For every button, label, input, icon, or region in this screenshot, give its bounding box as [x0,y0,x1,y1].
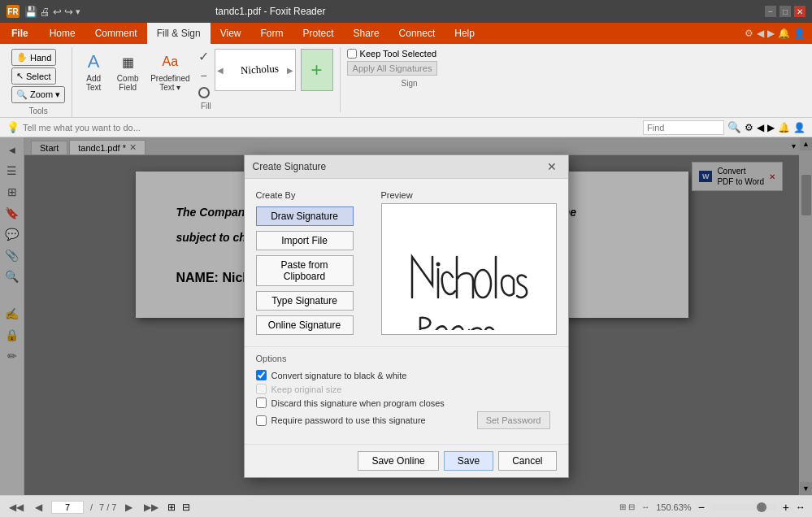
find-input[interactable] [643,120,724,135]
tab-share[interactable]: Share [344,23,389,44]
cancel-button[interactable]: Cancel [498,451,556,471]
tab-comment[interactable]: Comment [85,23,147,44]
paste-clipboard-button[interactable]: Paste from Clipboard [256,255,354,286]
page-separator: / [90,502,93,512]
find-button[interactable]: 🔍 [727,121,741,133]
nav-prev-button[interactable]: ◀ [757,122,764,133]
tab-home[interactable]: Home [40,23,85,44]
create-signature-dialog: Create Signature ✕ Create By Draw Signat… [244,154,569,478]
zoom-level: 150.63% [656,502,691,512]
set-password-button[interactable]: Set Password [477,411,550,429]
preview-area [381,203,557,335]
comb-field-button[interactable]: ▦ CombField [113,49,142,93]
keep-tool-checkbox-label[interactable]: Keep Tool Selected [347,49,437,59]
fit-icons: ↔ [641,502,649,511]
predefined-icon: Aa [158,50,181,73]
discard-label: Discard this signature when program clos… [271,398,445,408]
close-button[interactable]: ✕ [794,6,805,17]
last-page-button[interactable]: ▶▶ [141,501,161,514]
add-text-button[interactable]: A AddText [79,49,108,93]
apply-signatures-button[interactable]: Apply All Signatures [347,61,438,76]
add-signature-button[interactable]: + [301,49,333,91]
dialog-overlay: Create Signature ✕ Create By Draw Signat… [0,137,812,495]
status-bar: ◀◀ ◀ / 7 / 7 ▶ ▶▶ ⊞ ⊟ ⊞ ⊟ ↔ 150.63% − + … [0,495,812,517]
tab-connect[interactable]: Connect [389,23,445,44]
tab-form[interactable]: Form [251,23,293,44]
tab-protect[interactable]: Protect [293,23,344,44]
page-number-input[interactable] [51,501,84,514]
tell-me-input[interactable] [23,123,153,133]
title-bar: FR 💾 🖨 ↩ ↪ ▾ tandc1.pdf - Foxit Reader −… [0,0,812,23]
save-button[interactable]: Save [444,451,493,471]
split-view-button[interactable]: ⊟ [182,502,190,513]
hand-icon: ✋ [16,52,28,63]
zoom-in-button[interactable]: + [783,501,789,514]
minimize-button[interactable]: − [765,6,776,17]
add-text-icon: A [82,50,105,73]
user-button[interactable]: 👤 [793,122,805,133]
ribbon-content: ✋ Hand ↖ Select 🔍 Zoom ▾ Tools [0,44,812,117]
tab-fill-sign[interactable]: Fill & Sign [147,23,211,44]
page-total: 7 / 7 [99,502,116,512]
convert-bw-checkbox[interactable] [256,370,267,380]
tab-help[interactable]: Help [445,23,484,44]
online-signature-button[interactable]: Online Signature [256,315,354,335]
header-search-area: 💡 🔍 ⚙ ◀ ▶ 🔔 👤 [0,118,812,137]
options-title: Options [256,354,557,363]
svg-point-0 [436,263,440,267]
next-page-button[interactable]: ▶ [123,501,135,514]
signature-preview: Nicholus [231,62,280,77]
checkmark-button[interactable]: ✓ [198,49,210,64]
keep-tool-checkbox[interactable] [347,49,357,59]
zoom-tool-button[interactable]: 🔍 Zoom ▾ [11,86,65,103]
nav-next-button[interactable]: ▶ [767,122,775,133]
dialog-footer: Save Online Save Cancel [245,444,568,477]
dialog-titlebar: Create Signature ✕ [245,155,568,179]
select-tool-button[interactable]: ↖ Select [11,67,56,85]
svg-point-1 [475,270,491,298]
dialog-close-button[interactable]: ✕ [544,160,560,173]
draw-signature-button[interactable]: Draw Signature [256,206,354,226]
page-info-icons: ⊞ ⊟ [619,502,635,511]
ribbon-group-tools: ✋ Hand ↖ Select 🔍 Zoom ▾ Tools [5,47,72,117]
option-require-pwd: Require password to use this signature S… [256,411,557,429]
dialog-body: Create By Draw Signature Import File Pas… [245,179,568,346]
import-file-button[interactable]: Import File [256,231,354,250]
ribbon: File Home Comment Fill & Sign View Form … [0,23,812,118]
tab-view[interactable]: View [211,23,251,44]
add-page-button[interactable]: ⊞ [167,502,176,513]
signature-svg [396,208,542,330]
dialog-left: Create By Draw Signature Import File Pas… [256,190,370,335]
maximize-button[interactable]: □ [779,6,791,17]
notification-button[interactable]: 🔔 [778,122,790,133]
predefined-text-button[interactable]: Aa PredefinedText ▾ [147,49,193,93]
option-discard: Discard this signature when program clos… [256,398,557,408]
document-area: ◀ ☰ ⊞ 🔖 💬 📎 🔍 ✍ 🔒 ✏ Start tandc1.pdf * ✕… [0,137,812,495]
type-signature-button[interactable]: Type Signature [256,291,354,311]
tab-file[interactable]: File [0,23,40,44]
ribbon-tab-bar: File Home Comment Fill & Sign View Form … [0,23,812,44]
preview-label: Preview [381,190,557,200]
first-page-button[interactable]: ◀◀ [7,501,26,514]
circle-icon [198,87,210,98]
zoom-slider-track[interactable] [711,504,776,510]
dialog-right: Preview [381,190,557,335]
require-pwd-checkbox[interactable] [256,415,267,426]
ribbon-group-sign: Keep Tool Selected Apply All Signatures … [341,47,479,89]
convert-bw-label: Convert signature to black & white [271,371,407,380]
status-right: ⊞ ⊟ ↔ 150.63% − + ↔ [619,501,805,514]
prev-page-button[interactable]: ◀ [33,501,45,514]
lightbulb-icon: 💡 [7,121,20,133]
settings-button[interactable]: ⚙ [745,122,753,133]
window-controls[interactable]: − □ ✕ [765,6,805,17]
option-convert-bw: Convert signature to black & white [256,370,557,380]
keep-size-checkbox[interactable] [256,384,267,394]
zoom-slider-thumb[interactable] [757,502,766,512]
require-pwd-label: Require password to use this signature [271,415,426,425]
fit-width-button[interactable]: ↔ [796,502,805,513]
hand-tool-button[interactable]: ✋ Hand [11,49,56,66]
zoom-out-button[interactable]: − [698,501,705,514]
save-online-button[interactable]: Save Online [358,451,438,471]
cross-button[interactable]: − [198,69,210,82]
discard-checkbox[interactable] [256,398,267,408]
